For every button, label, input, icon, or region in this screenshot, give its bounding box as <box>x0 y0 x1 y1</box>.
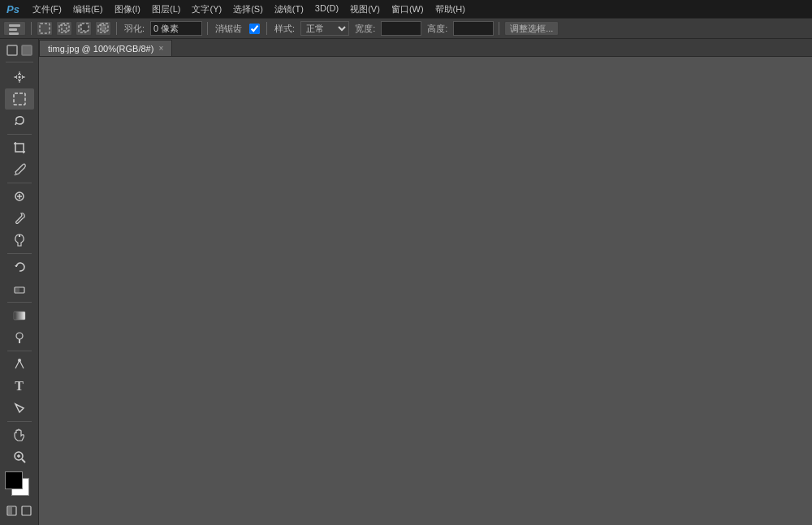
svg-rect-12 <box>22 45 32 55</box>
zoom-tool[interactable] <box>5 446 34 467</box>
svg-point-13 <box>18 76 20 79</box>
separator-4 <box>266 22 267 35</box>
lasso-tool[interactable] <box>5 110 34 131</box>
options-bar: 羽化: 消锯齿 样式: 正常 固定比例 固定大小 宽度: 高度: 调整选框... <box>0 18 812 39</box>
menu-filter[interactable]: 滤镜(T) <box>270 2 309 17</box>
pen-tool[interactable] <box>5 354 34 375</box>
text-tool-icon: T <box>15 379 24 394</box>
menu-window[interactable]: 窗口(W) <box>387 2 429 17</box>
svg-point-25 <box>18 359 21 362</box>
tab-strip: timg.jpg @ 100%(RGB/8#) × <box>39 39 812 57</box>
svg-rect-11 <box>7 45 17 55</box>
text-tool[interactable]: T <box>5 376 34 397</box>
eraser-tool[interactable] <box>5 278 34 299</box>
svg-rect-1 <box>9 28 17 31</box>
crop-tool[interactable] <box>5 137 34 158</box>
menu-image[interactable]: 图像(I) <box>110 2 145 17</box>
clone-stamp-tool[interactable] <box>5 230 34 251</box>
anti-alias-checkbox[interactable] <box>249 24 260 34</box>
svg-rect-32 <box>22 506 31 515</box>
separator-1 <box>31 22 32 35</box>
history-brush-tool[interactable] <box>5 256 34 278</box>
separator-2 <box>116 22 117 35</box>
new-selection-btn[interactable] <box>37 21 53 36</box>
svg-rect-21 <box>15 287 19 293</box>
rect-select-tool[interactable] <box>5 88 34 110</box>
svg-rect-14 <box>14 93 25 105</box>
svg-line-15 <box>15 174 15 175</box>
style-select[interactable]: 正常 固定比例 固定大小 <box>300 21 349 36</box>
svg-line-27 <box>22 459 25 463</box>
dodge-tool[interactable] <box>5 327 34 348</box>
height-label: 高度: <box>425 23 450 35</box>
style-label: 样式: <box>272 23 297 35</box>
title-bar: Ps 文件(F) 编辑(E) 图像(I) 图层(L) 文字(Y) 选择(S) 滤… <box>0 0 812 18</box>
menu-help[interactable]: 帮助(H) <box>430 2 470 17</box>
left-toolbar: T <box>0 39 39 525</box>
hand-tool[interactable] <box>5 424 34 445</box>
foreground-color[interactable] <box>5 471 23 489</box>
path-select-tool[interactable] <box>5 398 34 419</box>
menu-select[interactable]: 选择(S) <box>228 2 268 17</box>
separator-5 <box>499 22 499 35</box>
document-tab[interactable]: timg.jpg @ 100%(RGB/8#) × <box>39 40 172 56</box>
menu-3d[interactable]: 3D(D) <box>310 2 343 17</box>
brush-tool[interactable] <box>5 208 34 229</box>
move-tool[interactable] <box>5 67 34 88</box>
menu-edit[interactable]: 编辑(E) <box>68 2 108 17</box>
tab-filename: timg.jpg @ 100%(RGB/8#) <box>48 44 153 54</box>
quick-mask-btn[interactable] <box>20 42 33 58</box>
canvas-area: timg.jpg @ 100%(RGB/8#) × <box>39 39 812 525</box>
menu-file[interactable]: 文件(F) <box>28 2 67 17</box>
color-swatches[interactable] <box>5 471 34 497</box>
subtract-selection-btn[interactable] <box>76 21 92 36</box>
feather-label: 羽化: <box>122 23 147 35</box>
svg-rect-10 <box>101 25 106 31</box>
svg-point-23 <box>16 333 23 339</box>
svg-rect-31 <box>8 507 12 514</box>
svg-rect-0 <box>9 24 20 27</box>
main-area: T <box>0 39 812 525</box>
svg-rect-22 <box>14 312 25 320</box>
anti-alias-label: 消锯齿 <box>213 23 244 35</box>
eyedropper-tool[interactable] <box>5 159 34 180</box>
screen-mode-btn[interactable] <box>6 503 19 518</box>
standard-mode-btn[interactable] <box>6 42 19 58</box>
tab-close-btn[interactable]: × <box>158 44 163 53</box>
menu-layer[interactable]: 图层(L) <box>147 2 185 17</box>
healing-brush-tool[interactable] <box>5 186 34 207</box>
height-input[interactable] <box>453 21 494 36</box>
width-label: 宽度: <box>352 23 378 35</box>
menubar: 文件(F) 编辑(E) 图像(I) 图层(L) 文字(Y) 选择(S) 滤镜(T… <box>28 2 470 17</box>
svg-rect-2 <box>9 32 19 35</box>
screen-mode2-btn[interactable] <box>20 503 33 518</box>
menu-text[interactable]: 文字(Y) <box>187 2 227 17</box>
add-selection-btn[interactable] <box>56 21 72 36</box>
svg-rect-7 <box>81 24 89 31</box>
refine-edge-btn[interactable]: 调整选框... <box>504 21 559 36</box>
menu-view[interactable]: 视图(V) <box>345 2 385 17</box>
width-input[interactable] <box>381 21 421 36</box>
separator-3 <box>207 22 208 35</box>
ps-logo: Ps <box>6 3 19 15</box>
svg-rect-3 <box>40 24 50 33</box>
intersect-selection-btn[interactable] <box>95 21 111 36</box>
gradient-tool[interactable] <box>5 305 34 326</box>
feather-input[interactable] <box>150 21 202 36</box>
tool-preset-btn[interactable] <box>3 21 26 36</box>
